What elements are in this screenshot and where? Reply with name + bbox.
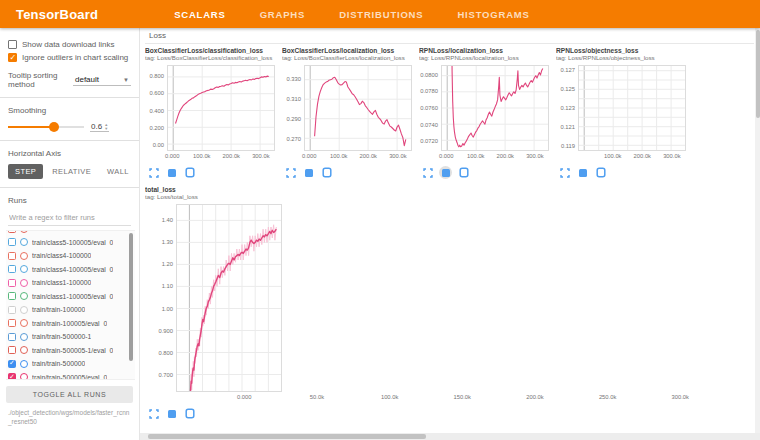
axis-step-button[interactable]: STEP [8,164,43,179]
run-checkbox[interactable] [8,333,16,341]
y-tick-label: 1.20 [162,261,173,267]
smoothing-label: Smoothing [8,106,131,115]
run-isolator-icon[interactable] [20,346,28,354]
fit-domain-icon[interactable] [576,166,589,179]
show-download-links-label: Show data download links [22,40,115,49]
run-isolator-icon[interactable] [20,319,28,327]
tab-histograms[interactable]: HISTOGRAMS [455,3,531,26]
y-tick-label: 0.123 [560,105,575,111]
tooltip-sorting-dropdown[interactable]: default ▼ [73,74,131,86]
run-checkbox[interactable] [8,346,16,354]
run-name[interactable]: train/train-100005/eval_0 [32,320,107,327]
run-isolator-icon[interactable] [20,373,28,380]
spinner-arrows-icon[interactable]: ▲▼ [104,123,108,131]
x-tick-label: 100.0k [467,153,484,159]
runs-label: Runs [8,196,131,205]
fit-domain-icon[interactable] [439,166,452,179]
tab-distributions[interactable]: DISTRIBUTIONS [337,3,425,26]
fit-domain-icon[interactable] [302,166,315,179]
run-checkbox[interactable] [8,265,16,273]
chart-title: RPNLoss/objectness_loss [556,47,693,54]
run-isolator-icon[interactable] [20,333,28,341]
expand-chart-icon[interactable] [421,166,434,179]
plot-area[interactable] [304,65,412,151]
smoothing-slider[interactable] [8,126,84,128]
x-tick-label: 0.000 [165,153,180,159]
runs-filter-input[interactable] [8,210,131,226]
expand-chart-icon[interactable] [147,407,160,420]
run-isolator-icon[interactable] [20,306,28,314]
plot-area[interactable] [578,65,686,151]
run-row: train/class4-100000 [8,249,125,263]
y-tick-label: 0.125 [560,86,575,92]
run-checkbox[interactable] [8,292,16,300]
tab-graphs[interactable]: GRAPHS [258,3,307,26]
run-checkbox[interactable] [8,360,16,368]
run-isolator-icon[interactable] [20,252,28,260]
run-name[interactable]: train/train-500005/eval_0 [32,374,107,380]
run-row: train/train-500005-1/eval_0 [8,344,125,358]
run-name[interactable]: train/class5-100000 [32,230,91,232]
fit-domain-icon[interactable] [165,166,178,179]
run-checkbox[interactable] [8,252,16,260]
show-download-links-checkbox[interactable] [8,40,17,49]
app-header: TensorBoard SCALARSGRAPHSDISTRIBUTIONSHI… [0,0,760,28]
run-isolator-icon[interactable] [20,279,28,287]
expand-chart-icon[interactable] [147,166,160,179]
run-isolator-icon[interactable] [20,238,28,246]
smoothing-value-box[interactable]: 0.6 ▲▼ [90,122,109,132]
ignore-outliers-checkbox[interactable] [8,53,17,62]
y-tick-label: 0.330 [286,76,301,82]
run-row: train/class5-100005/eval_0 [8,236,125,250]
plot-area[interactable] [167,65,275,151]
vertical-scrollbar-thumb[interactable] [756,30,760,118]
runs-scrollbar-thumb[interactable] [129,233,133,361]
run-isolator-icon[interactable] [20,230,28,233]
pin-chart-icon[interactable] [183,407,196,420]
run-name[interactable]: train/class1-100005/eval_0 [32,293,113,300]
chart-title: RPNLoss/localization_loss [419,47,556,54]
horizontal-scrollbar-thumb[interactable] [148,434,426,439]
axis-wall-button[interactable]: WALL [100,164,136,179]
tab-scalars[interactable]: SCALARS [172,3,228,26]
expand-chart-icon[interactable] [558,166,571,179]
run-isolator-icon[interactable] [20,360,28,368]
y-axis-labels: 0.2700.2900.3100.330 [282,65,304,151]
run-checkbox[interactable] [8,306,16,314]
run-checkbox[interactable] [8,238,16,246]
smoothing-value: 0.6 [91,122,102,131]
run-name[interactable]: train/train-100000 [32,306,85,313]
tooltip-sorting-row: Tooltip sorting method default ▼ [8,71,131,89]
plot-area[interactable] [441,65,549,151]
plot-area[interactable] [176,204,282,392]
show-download-links-row: Show data download links [8,40,131,49]
pin-chart-icon[interactable] [183,166,196,179]
run-name[interactable]: train/class5-100005/eval_0 [32,239,113,246]
expand-chart-icon[interactable] [284,166,297,179]
run-name[interactable]: train/train-500000-1 [32,333,91,340]
toggle-all-runs-button[interactable]: TOGGLE ALL RUNS [6,386,133,403]
run-name[interactable]: train/train-500005-1/eval_0 [32,347,113,354]
y-tick-label: 0.600 [149,90,164,96]
run-isolator-icon[interactable] [20,265,28,273]
pin-chart-icon[interactable] [320,166,333,179]
run-isolator-icon[interactable] [20,292,28,300]
slider-thumb-icon[interactable] [49,122,59,132]
pin-chart-icon[interactable] [457,166,470,179]
run-name[interactable]: train/class4-100000 [32,252,91,259]
run-checkbox[interactable] [8,373,16,380]
page-horizontal-scrollbar[interactable] [140,433,760,440]
run-checkbox[interactable] [8,230,16,233]
run-checkbox[interactable] [8,279,16,287]
run-checkbox[interactable] [8,319,16,327]
run-name[interactable]: train/class1-100000 [32,279,91,286]
loss-section-header[interactable]: Loss [145,28,754,44]
pin-chart-icon[interactable] [594,166,607,179]
run-name[interactable]: train/train-500000 [32,360,85,367]
fit-domain-icon[interactable] [165,407,178,420]
horizontal-axis-label: Horizontal Axis [8,149,131,158]
page-vertical-scrollbar[interactable] [755,28,760,433]
chart-box-localization-loss: BoxClassifierLoss/localization_losstag: … [282,47,419,179]
axis-relative-button[interactable]: RELATIVE [45,164,98,179]
run-name[interactable]: train/class4-100005/eval_0 [32,266,113,273]
